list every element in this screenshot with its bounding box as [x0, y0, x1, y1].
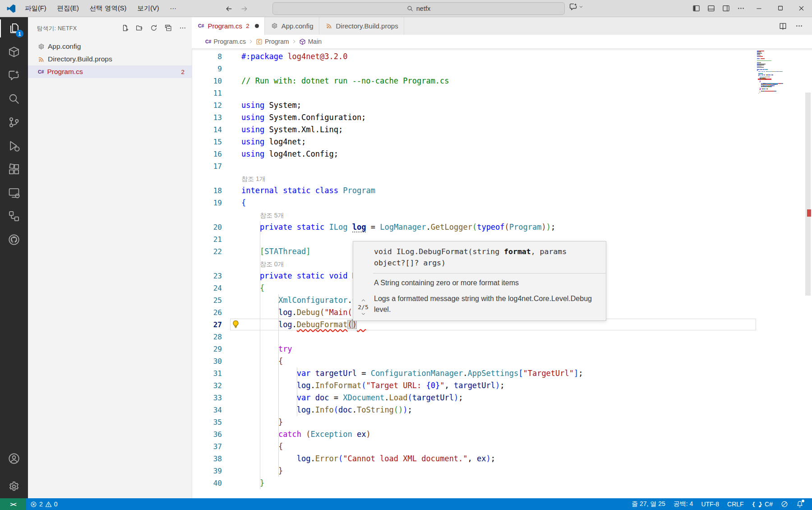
line-number[interactable]: 23: [192, 270, 222, 282]
line-number[interactable]: 26: [192, 306, 222, 319]
breadcrumb-program[interactable]: Program: [256, 38, 289, 45]
chevron-down-icon[interactable]: [360, 311, 366, 317]
line-number[interactable]: 10: [192, 75, 222, 87]
remote-indicator[interactable]: ><: [0, 498, 26, 510]
line-number[interactable]: 31: [192, 367, 222, 380]
navigate-forward-button[interactable]: [238, 3, 250, 14]
split-editor-button[interactable]: [777, 20, 789, 32]
line-text[interactable]: using System.Configuration;: [241, 111, 366, 124]
editor-more-button[interactable]: [793, 20, 805, 32]
line-number[interactable]: 34: [192, 404, 222, 416]
line-number[interactable]: 21: [192, 233, 222, 246]
language-status[interactable]: { }C#: [748, 498, 777, 510]
cursor-position-status[interactable]: 줄 27, 열 25: [627, 498, 669, 510]
activity-remote-explorer[interactable]: [0, 181, 28, 204]
menu-선택영역s[interactable]: 선택 영역(S): [85, 2, 131, 14]
chevron-up-icon[interactable]: [360, 297, 366, 303]
line-text[interactable]: }: [241, 477, 264, 489]
line-text[interactable]: catch (Exception ex): [241, 428, 371, 440]
activity-settings[interactable]: [0, 475, 28, 498]
line-number[interactable]: 29: [192, 343, 222, 355]
activity-extensions[interactable]: [0, 158, 28, 181]
modified-indicator[interactable]: [255, 24, 259, 28]
problems-status[interactable]: 2 0: [26, 498, 62, 510]
line-text[interactable]: try: [241, 343, 292, 355]
line-number[interactable]: 36: [192, 428, 222, 440]
line-text[interactable]: log.Debug("Main(: [241, 306, 352, 319]
line-text[interactable]: // Run with: dotnet run --no-cache Progr…: [241, 75, 449, 87]
line-text[interactable]: using System.Xml.Linq;: [241, 124, 343, 136]
line-number[interactable]: 12: [192, 99, 222, 111]
eol-status[interactable]: CRLF: [723, 498, 748, 510]
codelens-references[interactable]: 참조 1개: [241, 174, 266, 184]
line-number[interactable]: 9: [192, 63, 222, 75]
line-number[interactable]: 11: [192, 87, 222, 99]
line-number[interactable]: 24: [192, 282, 222, 294]
activity-chat-sparkle[interactable]: [0, 64, 28, 87]
file-item-app.config[interactable]: App.config: [28, 40, 192, 53]
layout-more-button[interactable]: [734, 2, 748, 14]
line-text[interactable]: {: [241, 440, 283, 453]
line-text[interactable]: using System;: [241, 99, 301, 111]
lightbulb-icon[interactable]: [231, 320, 240, 332]
activity-github[interactable]: [0, 228, 28, 251]
tab-directory.build.props[interactable]: Directory.Build.props: [319, 17, 404, 35]
new-file-button[interactable]: [120, 23, 130, 33]
line-number[interactable]: 19: [192, 197, 222, 209]
line-text[interactable]: log.DebugFormat(): [241, 319, 366, 331]
line-number[interactable]: 14: [192, 124, 222, 136]
line-text[interactable]: #:package log4net@3.2.0: [241, 51, 347, 63]
line-number[interactable]: 33: [192, 392, 222, 404]
maximize-button[interactable]: [770, 0, 791, 16]
line-text[interactable]: {: [241, 355, 283, 367]
line-text[interactable]: }: [241, 465, 283, 477]
line-text[interactable]: {: [241, 282, 264, 294]
line-number[interactable]: 28: [192, 331, 222, 343]
notifications-bell[interactable]: [792, 498, 807, 510]
line-number[interactable]: 32: [192, 380, 222, 392]
line-number[interactable]: 22: [192, 246, 222, 258]
line-text[interactable]: internal static class Program: [241, 185, 375, 197]
toggle-primary-sidebar-button[interactable]: [689, 2, 704, 14]
close-button[interactable]: [791, 0, 812, 16]
line-number[interactable]: 17: [192, 160, 222, 172]
line-text[interactable]: var targetUrl = ConfigurationManager.App…: [241, 367, 583, 380]
line-text[interactable]: private static ILog log = LogManager.Get…: [241, 221, 555, 233]
line-number[interactable]: 35: [192, 416, 222, 428]
menu-편집e[interactable]: 편집(E): [52, 2, 84, 14]
breadcrumb-program.cs[interactable]: C#Program.cs: [205, 38, 246, 45]
copilot-status[interactable]: [777, 498, 792, 510]
collapse-all-button[interactable]: [163, 23, 174, 33]
line-number[interactable]: 30: [192, 355, 222, 367]
line-text[interactable]: using log4net.Config;: [241, 148, 338, 160]
line-number[interactable]: 37: [192, 440, 222, 453]
tab-app.config[interactable]: App.config: [265, 17, 319, 35]
codelens-references[interactable]: 참조 5개: [260, 210, 284, 220]
line-number[interactable]: 15: [192, 136, 222, 148]
toggle-panel-button[interactable]: [704, 2, 719, 14]
line-number[interactable]: 39: [192, 465, 222, 477]
new-folder-button[interactable]: [134, 23, 145, 33]
menu-[interactable]: ···: [165, 2, 182, 14]
activity-account[interactable]: [0, 447, 28, 470]
line-number[interactable]: 40: [192, 477, 222, 489]
scrollbar-thumb[interactable]: [805, 93, 811, 296]
line-text[interactable]: log.Info(doc.ToString());: [241, 404, 412, 416]
line-number[interactable]: 20: [192, 221, 222, 233]
line-number[interactable]: 25: [192, 294, 222, 306]
menu-보기v[interactable]: 보기(V): [132, 2, 164, 14]
tab-program.cs[interactable]: C#Program.cs2: [192, 17, 265, 35]
line-text[interactable]: var doc = XDocument.Load(targetUrl);: [241, 392, 463, 404]
line-number[interactable]: 16: [192, 148, 222, 160]
activity-run-debug[interactable]: [0, 134, 28, 158]
line-text[interactable]: }: [241, 416, 283, 428]
navigate-back-button[interactable]: [223, 3, 235, 14]
activity-explorer[interactable]: 1: [0, 17, 28, 40]
encoding-status[interactable]: UTF-8: [697, 498, 723, 510]
activity-package[interactable]: [0, 40, 28, 64]
menu-파일f[interactable]: 파일(F): [20, 2, 51, 14]
codelens-references[interactable]: 참조 0개: [260, 259, 284, 269]
file-item-program.cs[interactable]: C#Program.cs2: [28, 65, 192, 78]
activity-source-control[interactable]: [0, 111, 28, 134]
activity-linked-nodes[interactable]: [0, 204, 28, 228]
